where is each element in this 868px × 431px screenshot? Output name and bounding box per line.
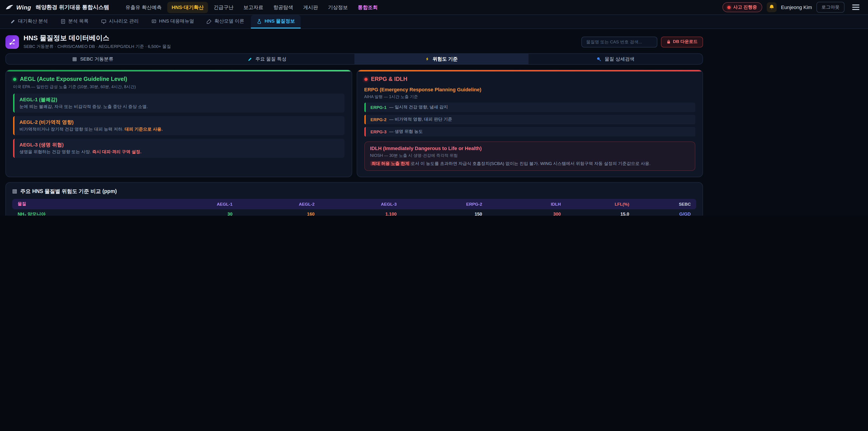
idlh-description-text: 로서 이 농도를 초과하면 자급식 호흡장치(SCBA) 없이는 진입 불가. … (411, 161, 651, 166)
aegl-level-desc: 비가역적이거나 장기적 건강 영향 또는 대피 능력 저하. 대피 기준으로 사… (20, 127, 339, 132)
aegl-level-desc: 생명을 위협하는 건강 영향 또는 사망. 즉시 대피·격리 구역 설정. (20, 149, 339, 155)
section-tab-properties[interactable]: 주요 물질 특성 (180, 54, 354, 64)
aegl-level-name: AEGL-2 (비가역적 영향) (20, 119, 339, 126)
erpg2-cell: 150 (402, 210, 488, 216)
erpg-idlh-panel: ERPG & IDLH ERPG (Emergency Response Pla… (356, 70, 703, 177)
logo[interactable]: Wing 해양환경 위기대응 통합시스템 (5, 3, 109, 11)
section-tab-sebc[interactable]: SEBC 거동분류 (6, 54, 180, 64)
tab-scenario-management[interactable]: 시나리오 관리 (95, 15, 145, 29)
aegl-panel-title: AEGL (Acute Exposure Guideline Level) (13, 76, 344, 82)
aegl-panel-title-text: AEGL (Acute Exposure Guideline Level) (20, 76, 127, 82)
bell-icon (768, 4, 775, 10)
erpg-heading: ERPG (Emergency Response Planning Guidel… (364, 87, 695, 92)
column-idlh: IDLH (488, 199, 566, 210)
section-tab-detail-search[interactable]: 물질 상세검색 (528, 54, 703, 64)
notification-bell-button[interactable] (767, 2, 776, 12)
criteria-panels: AEGL (Acute Exposure Guideline Level) 미국… (5, 70, 703, 177)
screen-icon (151, 19, 156, 24)
top-nav: Wing 해양환경 위기대응 통합시스템 유출유 확산예측 HNS·대기확산 긴… (0, 0, 868, 15)
section-tab-label: 물질 상세검색 (604, 56, 634, 62)
menu-button[interactable] (849, 2, 863, 13)
tab-label: 분석 목록 (68, 18, 89, 24)
pen-icon (207, 19, 212, 24)
aegl2-cell: 160 (238, 210, 320, 216)
tab-label: 확산모델 이론 (215, 18, 244, 24)
erpg-level-name: ERPG-1 (370, 105, 386, 110)
aegl-level-desc-text: 눈에 띄는 불쾌감, 자극 또는 비감각적 증상. 노출 중단 시 증상 소멸. (20, 104, 148, 109)
nav-item-aerial-search[interactable]: 항공탐색 (269, 2, 298, 13)
lock-icon (666, 39, 671, 44)
table-body: NH₃ 암모니아 30 160 1,100 150 300 15.0 G/GD … (12, 210, 696, 216)
aegl-level-desc-text: 비가역적이거나 장기적 건강 영향 또는 대피 능력 저하. (20, 127, 123, 131)
table-title-text: 주요 HNS 물질별 위험도 기준 비교 (ppm) (20, 188, 117, 195)
user-name: Eunjeong Kim (781, 4, 812, 10)
incident-label: 사고 진행중 (733, 4, 757, 10)
aegl-subtitle: 미국 EPA — 일반인 급성 노출 기준 (10분, 30분, 60분, 4시… (13, 84, 344, 90)
tab-diffusion-model-theory[interactable]: 확산모델 이론 (201, 15, 250, 29)
main-content: HNS 물질정보 데이터베이스 SEBC 거동분류 · CHRIS/CAMEO … (5, 29, 703, 216)
idlh-box: IDLH (Immediately Dangerous to Life or H… (364, 142, 695, 171)
aegl-level-highlight: 대피 기준으로 사용. (125, 127, 163, 131)
aegl-panel: AEGL (Acute Exposure Guideline Level) 미국… (5, 70, 352, 177)
idlh-subtitle: NIOSH — 30분 노출 시 생명·건강에 즉각적 위험 (370, 153, 689, 159)
flask-icon (257, 19, 262, 24)
tab-atmospheric-analysis[interactable]: 대기확산 분석 (4, 15, 54, 29)
nav-item-emergency-rescue[interactable]: 긴급구난 (209, 2, 238, 13)
nav-item-integrated-search[interactable]: 통합조회 (353, 2, 382, 13)
erpg-panel-title: ERPG & IDLH (364, 76, 695, 82)
wing-logo-icon (5, 4, 13, 10)
tab-analysis-list[interactable]: 분석 목록 (55, 15, 94, 29)
page-title-block: HNS 물질정보 데이터베이스 SEBC 거동분류 · CHRIS/CAMEO … (24, 34, 171, 50)
erpg-subtitle: AIHA 발행 — 1시간 노출 기준 (364, 94, 695, 100)
logout-button[interactable]: 로그아웃 (816, 2, 844, 13)
nav-item-hns-atmospheric[interactable]: HNS·대기확산 (167, 2, 208, 13)
column-erpg2: ERPG-2 (402, 199, 488, 210)
app-title: 해양환경 위기대응 통합시스템 (36, 3, 109, 11)
column-lfl: LFL(%) (566, 199, 635, 210)
section-tab-label: 위험도 기준 (433, 56, 458, 62)
pencil-icon (10, 19, 16, 24)
erpg-panel-title-text: ERPG & IDLH (371, 76, 407, 82)
erpg-level-name: ERPG-3 (370, 129, 386, 134)
sub-nav: 대기확산 분석 분석 목록 시나리오 관리 HNS 대응매뉴얼 확산모델 이론 … (0, 15, 868, 29)
column-aegl3: AEGL-3 (320, 199, 402, 210)
erpg-level-desc: — 비가역적 영향, 대피 판단 기준 (389, 117, 452, 123)
nav-item-weather[interactable]: 기상정보 (323, 2, 352, 13)
erpg-level-1: ERPG-1 — 일시적 건강 영향, 냄새 감지 (364, 102, 695, 112)
grid-icon (12, 189, 17, 194)
incident-status-badge[interactable]: 사고 진행중 (722, 2, 762, 12)
monitor-icon (101, 19, 106, 24)
aegl-level-3: AEGL-3 (생명 위협) 생명을 위협하는 건강 영향 또는 사망. 즉시 … (13, 139, 344, 158)
erpg-level-desc: — 생명 위협 농도 (389, 129, 423, 135)
tab-hns-response-manual[interactable]: HNS 대응매뉴얼 (146, 15, 200, 29)
column-aegl2: AEGL-2 (238, 199, 320, 210)
idlh-title: IDLH (Immediately Dangerous to Life or H… (370, 146, 689, 151)
nav-item-board[interactable]: 게시판 (299, 2, 322, 13)
hamburger-icon (852, 4, 860, 5)
grid-icon (72, 57, 77, 61)
nav-item-oil-spill-prediction[interactable]: 유출유 확산예측 (121, 2, 166, 13)
tab-hns-substance-info[interactable]: HNS 물질정보 (251, 15, 301, 29)
table-title: 주요 HNS 물질별 위험도 기준 비교 (ppm) (12, 188, 696, 195)
erpg-level-desc: — 일시적 건강 영향, 냄새 감지 (389, 104, 448, 110)
page-header-right: DB 다운로드 (581, 36, 703, 47)
tab-label: 대기확산 분석 (18, 18, 48, 24)
page-subtitle: SEBC 거동분류 · CHRIS/CAMEO DB · AEGL/ERPG/I… (24, 44, 171, 50)
pencil-icon (248, 57, 252, 61)
section-tab-hazard-criteria[interactable]: 위험도 기준 (354, 54, 528, 64)
document-icon (61, 19, 66, 24)
idlh-cell: 300 (488, 210, 566, 216)
hazard-comparison-card: 주요 HNS 물질별 위험도 기준 비교 (ppm) 물질 AEGL-1 AEG… (5, 182, 703, 216)
aegl3-cell: 1,100 (320, 210, 402, 216)
idlh-description: 최대 허용 노출 한계로서 이 농도를 초과하면 자급식 호흡장치(SCBA) … (370, 160, 689, 167)
substance-search-input[interactable] (581, 36, 657, 47)
aegl-level-2: AEGL-2 (비가역적 영향) 비가역적이거나 장기적 건강 영향 또는 대피… (13, 116, 344, 135)
hazard-comparison-table: 물질 AEGL-1 AEGL-2 AEGL-3 ERPG-2 IDLH LFL(… (12, 199, 696, 216)
row-ammonia[interactable]: NH₃ 암모니아 30 160 1,100 150 300 15.0 G/GD (12, 210, 696, 216)
db-download-button[interactable]: DB 다운로드 (661, 36, 703, 47)
main-menu: 유출유 확산예측 HNS·대기확산 긴급구난 보고자료 항공탐색 게시판 기상정… (121, 2, 382, 13)
nav-item-reports[interactable]: 보고자료 (239, 2, 268, 13)
page-title: HNS 물질정보 데이터베이스 (24, 34, 171, 42)
page-header: HNS 물질정보 데이터베이스 SEBC 거동분류 · CHRIS/CAMEO … (5, 29, 703, 53)
erpg-level-3: ERPG-3 — 생명 위협 농도 (364, 127, 695, 136)
